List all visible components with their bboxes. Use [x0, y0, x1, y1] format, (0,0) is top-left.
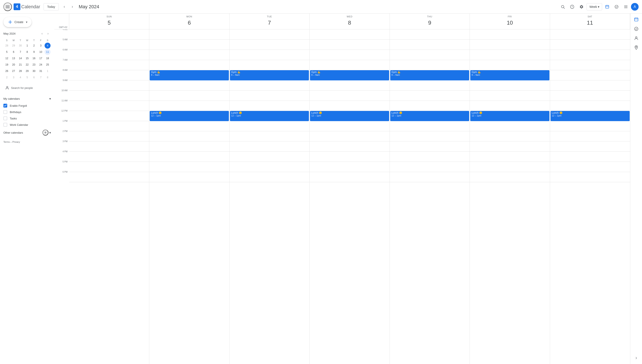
- task-icon[interactable]: [612, 2, 621, 11]
- time-grid[interactable]: 4 AM 5 AM 6 AM 7 AM 8 AM 9 AM 10 AM 11 A…: [54, 30, 630, 364]
- sun-9am[interactable]: [69, 80, 149, 90]
- thu-4pm[interactable]: [390, 152, 470, 162]
- wed-6am[interactable]: [309, 50, 389, 60]
- settings-button[interactable]: [577, 2, 586, 11]
- mon-4pm[interactable]: [149, 152, 229, 162]
- sat-4pm[interactable]: [550, 152, 630, 162]
- right-calendar-icon[interactable]: [632, 15, 640, 24]
- fri-2pm[interactable]: [470, 131, 550, 142]
- mini-day-8-next[interactable]: 8: [45, 74, 51, 80]
- mini-day-10[interactable]: 10: [38, 49, 44, 55]
- calendar-item-tasks[interactable]: Tasks: [2, 115, 53, 122]
- mon-6pm[interactable]: [149, 172, 229, 182]
- sun-8am[interactable]: [69, 70, 149, 80]
- sun-5pm[interactable]: [69, 162, 149, 172]
- sun-11am[interactable]: [69, 101, 149, 111]
- sat-5pm[interactable]: [550, 162, 630, 172]
- mini-day-25[interactable]: 25: [45, 62, 51, 68]
- fri-4pm[interactable]: [470, 152, 550, 162]
- mini-day-6-next[interactable]: 6: [31, 74, 37, 80]
- fri-11am[interactable]: [470, 101, 550, 111]
- sun-2pm[interactable]: [69, 131, 149, 142]
- sun-1pm[interactable]: [69, 121, 149, 131]
- today-button[interactable]: Today: [44, 3, 59, 10]
- mini-day-12[interactable]: 12: [4, 55, 10, 61]
- birthdays-checkbox[interactable]: [4, 110, 7, 114]
- create-button[interactable]: Create ▾: [4, 17, 32, 27]
- mini-day-9[interactable]: 9: [31, 49, 37, 55]
- mon-6am[interactable]: [149, 50, 229, 60]
- calendar-item-eraldo[interactable]: Eraldo Forgoli: [2, 102, 53, 109]
- fri-6pm[interactable]: [470, 172, 550, 182]
- lunch-event-wed[interactable]: Lunch 😊 12 – 1pm: [310, 111, 389, 121]
- mini-day-8[interactable]: 8: [24, 49, 30, 55]
- calendar-view-icon[interactable]: [603, 2, 611, 11]
- day-col-sat[interactable]: Lunch 😊 12 – 1pm: [550, 30, 630, 364]
- menu-button[interactable]: [4, 2, 12, 11]
- mon-5am[interactable]: [149, 40, 229, 50]
- tue-1pm[interactable]: [229, 121, 309, 131]
- wed-9am[interactable]: [309, 80, 389, 90]
- mon-10am[interactable]: [149, 90, 229, 101]
- mini-day-5[interactable]: 5: [4, 49, 10, 55]
- thu-5am[interactable]: [390, 40, 470, 50]
- view-selector[interactable]: Week ▾: [587, 3, 602, 10]
- thu-6am[interactable]: [390, 50, 470, 60]
- mini-day-1-next[interactable]: 1: [45, 68, 51, 74]
- prev-arrow[interactable]: ‹: [61, 3, 68, 10]
- mini-day-30-prev[interactable]: 30: [18, 43, 23, 48]
- tue-10am[interactable]: [229, 90, 309, 101]
- mini-day-30[interactable]: 30: [31, 68, 37, 74]
- sun-6pm[interactable]: [69, 172, 149, 182]
- mini-day-1[interactable]: 1: [24, 43, 30, 48]
- fri-3pm[interactable]: [470, 142, 550, 152]
- mini-day-3-next[interactable]: 3: [11, 74, 17, 80]
- mini-day-24[interactable]: 24: [38, 62, 44, 68]
- mini-day-6[interactable]: 6: [11, 49, 17, 55]
- mini-day-7-next[interactable]: 7: [38, 74, 44, 80]
- day-number-8[interactable]: 8: [345, 18, 354, 28]
- sat-2pm[interactable]: [550, 131, 630, 142]
- add-other-calendar-button[interactable]: +: [43, 130, 48, 136]
- gym-event-thu[interactable]: Gym 💪 8 – 9am: [390, 70, 469, 80]
- right-location-icon[interactable]: [632, 43, 640, 52]
- sat-9am[interactable]: [550, 80, 630, 90]
- mon-1pm[interactable]: [149, 121, 229, 131]
- mini-day-26[interactable]: 26: [4, 68, 10, 74]
- sat-10am[interactable]: [550, 90, 630, 101]
- lunch-event-thu[interactable]: Lunch 😊 12 – 1pm: [390, 111, 469, 121]
- mon-5pm[interactable]: [149, 162, 229, 172]
- thu-2pm[interactable]: [390, 131, 470, 142]
- mon-2pm[interactable]: [149, 131, 229, 142]
- mon-3pm[interactable]: [149, 142, 229, 152]
- next-arrow[interactable]: ›: [69, 3, 76, 10]
- search-button[interactable]: [559, 2, 567, 11]
- mini-day-14[interactable]: 14: [18, 55, 23, 61]
- wed-1pm[interactable]: [309, 121, 389, 131]
- eraldo-checkbox[interactable]: [4, 104, 7, 108]
- mini-day-11-selected[interactable]: 11: [45, 49, 51, 55]
- tue-4pm[interactable]: [229, 152, 309, 162]
- tue-5pm[interactable]: [229, 162, 309, 172]
- thu-4am[interactable]: [390, 30, 470, 40]
- sun-12pm[interactable]: [69, 111, 149, 121]
- mini-day-19[interactable]: 19: [4, 62, 10, 68]
- tue-11am[interactable]: [229, 101, 309, 111]
- mini-day-3[interactable]: 3: [38, 43, 44, 48]
- day-number-7[interactable]: 7: [264, 18, 274, 28]
- my-calendars-header[interactable]: My calendars ▾: [2, 95, 53, 102]
- gym-event-mon[interactable]: Gym 💪 8 – 9am: [150, 70, 229, 80]
- mini-day-27[interactable]: 27: [11, 68, 17, 74]
- sat-11am[interactable]: [550, 101, 630, 111]
- mon-9am[interactable]: [149, 80, 229, 90]
- mini-day-28[interactable]: 28: [18, 68, 23, 74]
- tue-3pm[interactable]: [229, 142, 309, 152]
- fri-1pm[interactable]: [470, 121, 550, 131]
- mini-day-20[interactable]: 20: [11, 62, 17, 68]
- wed-4pm[interactable]: [309, 152, 389, 162]
- fri-9am[interactable]: [470, 80, 550, 90]
- mini-day-4-today[interactable]: 4: [45, 43, 51, 48]
- tue-2pm[interactable]: [229, 131, 309, 142]
- thu-7am[interactable]: [390, 60, 470, 70]
- sat-7am[interactable]: [550, 60, 630, 70]
